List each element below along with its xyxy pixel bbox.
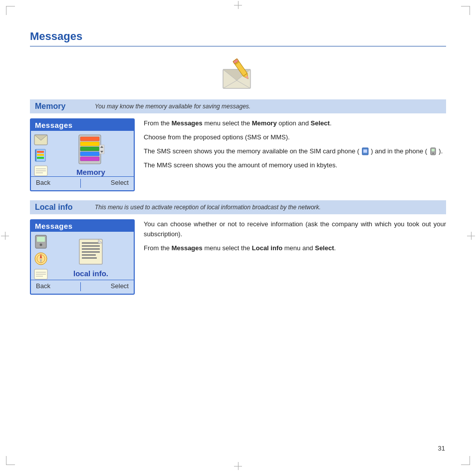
memory-para-3: The SMS screen shows you the memory avai… <box>144 146 446 156</box>
local-info-icon-compass <box>34 252 48 266</box>
svg-rect-22 <box>80 142 99 146</box>
local-info-section: Local info This menu is used to activate… <box>30 200 446 295</box>
local-info-footer-sep <box>80 282 81 291</box>
local-info-icon-signal <box>34 269 48 280</box>
svg-rect-12 <box>37 151 44 153</box>
corner-mark-bl <box>6 456 15 465</box>
local-info-section-text: You can choose whether or not to receive… <box>144 219 446 253</box>
local-info-section-header: Local info This menu is used to activate… <box>30 200 446 214</box>
local-info-para-2: From the Messages menu select the Local … <box>144 243 446 253</box>
memory-phone-label: Memory <box>76 168 105 176</box>
memory-icon-letter <box>34 165 48 176</box>
title-rule <box>30 46 446 46</box>
svg-rect-15 <box>35 149 36 161</box>
svg-point-36 <box>40 244 42 246</box>
local-info-back-btn: Back <box>36 282 50 291</box>
memory-icon-envelope <box>34 134 48 145</box>
memory-para-4: The MMS screen shows you the amount of m… <box>144 160 446 170</box>
svg-rect-46 <box>82 242 100 244</box>
svg-rect-47 <box>82 245 100 247</box>
svg-rect-50 <box>82 254 96 256</box>
memory-phone-mock: Messages <box>30 118 135 191</box>
cross-top <box>234 1 242 9</box>
memory-footer-sep <box>80 179 81 188</box>
local-info-icon-phone <box>34 235 48 249</box>
corner-mark-tr <box>461 6 470 15</box>
svg-rect-24 <box>80 152 99 156</box>
pencil-envelope-icon <box>218 55 258 90</box>
svg-rect-30 <box>363 149 367 153</box>
memory-section-text: From the Messages menu select the Memory… <box>144 118 446 171</box>
local-info-para-1: You can choose whether or not to receive… <box>144 219 446 239</box>
local-info-phone-sidebar <box>34 235 48 280</box>
local-info-select-btn: Select <box>111 282 129 291</box>
svg-rect-14 <box>37 157 44 159</box>
local-info-phone-header: Messages <box>31 220 134 232</box>
local-info-center-icon <box>75 237 106 266</box>
cross-right <box>467 232 475 240</box>
local-info-phone-mock: Messages <box>30 219 135 295</box>
memory-back-btn: Back <box>36 179 50 188</box>
local-info-section-title: Local info <box>35 203 90 212</box>
local-info-section-desc: This menu is used to activate reception … <box>95 204 321 211</box>
memory-section: Memory You may know the memory available… <box>30 99 446 191</box>
cross-left <box>1 232 9 240</box>
sim-card-icon <box>361 147 369 155</box>
corner-mark-br <box>461 456 470 465</box>
memory-phone-header: Messages <box>31 119 134 131</box>
memory-phone-body: Memory <box>31 131 134 176</box>
memory-center-icon <box>76 134 105 165</box>
svg-rect-23 <box>80 147 99 151</box>
corner-mark-tl <box>6 6 15 15</box>
svg-rect-25 <box>80 157 99 161</box>
page-title: Messages <box>30 30 446 43</box>
local-info-phone-footer: Back Select <box>31 280 134 294</box>
memory-phone-center: Memory <box>51 134 131 176</box>
local-info-section-body: Messages <box>30 219 446 295</box>
svg-rect-32 <box>432 149 435 151</box>
top-icon-area <box>30 55 446 90</box>
memory-select-btn: Select <box>111 179 129 188</box>
local-info-phone-body: local info. <box>31 232 134 280</box>
svg-rect-48 <box>82 248 100 250</box>
svg-rect-13 <box>37 154 44 156</box>
cross-bottom <box>234 462 242 470</box>
svg-rect-49 <box>82 251 100 253</box>
memory-phone-footer: Back Select <box>31 176 134 190</box>
svg-rect-35 <box>37 237 45 242</box>
page-number: 31 <box>438 445 445 452</box>
svg-point-33 <box>433 153 434 154</box>
memory-section-title: Memory <box>35 102 90 111</box>
svg-rect-21 <box>80 137 99 141</box>
local-info-phone-label: local info. <box>73 269 108 278</box>
memory-section-desc: You may know the memory available for sa… <box>95 103 250 110</box>
memory-section-header: Memory You may know the memory available… <box>30 99 446 113</box>
memory-icon-book <box>34 148 48 162</box>
memory-phone-sidebar <box>34 134 48 176</box>
memory-section-body: Messages <box>30 118 446 191</box>
local-info-phone-center: local info. <box>51 237 131 278</box>
phone-icon <box>429 147 437 155</box>
memory-para-2: Choose from the proposed options (SMS or… <box>144 132 446 142</box>
memory-para-1: From the Messages menu select the Memory… <box>144 118 446 128</box>
svg-rect-51 <box>82 257 97 259</box>
